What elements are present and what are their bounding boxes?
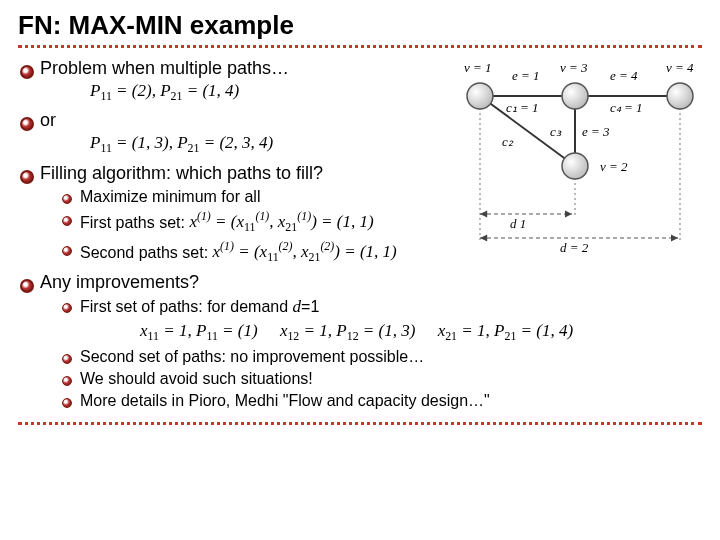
item-problem-text: Problem when multiple paths… <box>40 58 289 78</box>
sub-second-paths: Second set of paths: no improvement poss… <box>80 348 702 366</box>
item-or-text: or <box>40 110 56 130</box>
svg-point-12 <box>562 153 588 179</box>
svg-point-9 <box>467 83 493 109</box>
graph-label-v4: v = 4 <box>666 60 694 75</box>
title-divider <box>18 45 702 48</box>
graph-label-d1: d 1 <box>510 216 526 231</box>
sub-second-set-pre: Second paths set: <box>80 243 213 260</box>
sub-first-paths-dvar: d <box>293 297 302 316</box>
graph-label-e3: e = 3 <box>582 124 610 139</box>
network-graph: v = 1 e = 1 v = 3 e = 4 v = 4 c₁ = 1 c₄ … <box>450 56 710 256</box>
graph-label-c1: c₁ = 1 <box>506 100 539 115</box>
sub-first-set-math: x(1) = (x11(1), x21(1)) = (1, 1) <box>189 212 373 231</box>
improvements-sublist: First set of paths: for demand d=1 x11 =… <box>40 297 702 410</box>
sub-first-set-pre: First paths set: <box>80 213 189 230</box>
slide-title: FN: MAX-MIN example <box>18 10 702 41</box>
item-improvements: Any improvements? First set of paths: fo… <box>40 272 702 410</box>
sub-first-paths-pre: First set of paths: for demand <box>80 298 293 315</box>
formula-paths: x11 = 1, P11 = (1) x12 = 1, P12 = (1, 3)… <box>140 321 702 344</box>
item-filling-text: Filling algorithm: which paths to fill? <box>40 163 323 183</box>
item-improvements-text: Any improvements? <box>40 272 199 292</box>
sub-reference: More details in Pioro, Medhi "Flow and c… <box>80 392 702 410</box>
sub-avoid: We should avoid such situations! <box>80 370 702 388</box>
graph-label-v1: v = 1 <box>464 60 492 75</box>
graph-label-c2: c₂ <box>502 134 514 149</box>
svg-point-10 <box>562 83 588 109</box>
sub-first-paths: First set of paths: for demand d=1 x11 =… <box>80 297 702 344</box>
graph-label-e1: e = 1 <box>512 68 540 83</box>
svg-point-11 <box>667 83 693 109</box>
sub-first-paths-eq: =1 <box>301 298 319 315</box>
footer-divider <box>18 422 702 425</box>
graph-label-v3: v = 3 <box>560 60 588 75</box>
graph-label-d2: d = 2 <box>560 240 589 255</box>
sub-second-set-math: x(1) = (x11(2), x21(2)) = (1, 1) <box>213 242 397 261</box>
graph-label-v2: v = 2 <box>600 159 628 174</box>
graph-label-e4: e = 4 <box>610 68 638 83</box>
graph-label-c3: c₃ <box>550 124 562 139</box>
graph-label-c4: c₄ = 1 <box>610 100 643 115</box>
